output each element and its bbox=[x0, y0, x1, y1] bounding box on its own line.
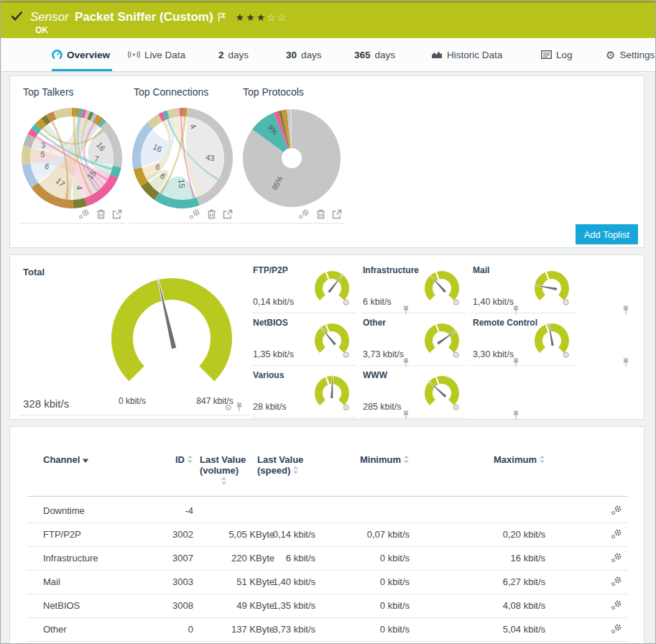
cell-min: 0 kbit/s bbox=[329, 594, 410, 617]
channel-gauge-value: 1,35 kbit/s bbox=[253, 349, 294, 359]
pin-icon[interactable] bbox=[236, 402, 243, 412]
table-row-downtime: Downtime-4 bbox=[27, 499, 628, 523]
tab-label: days bbox=[228, 50, 249, 60]
cell-speed: 3,73 kbit/s bbox=[257, 617, 315, 641]
tab-number: 365 bbox=[354, 50, 371, 60]
toplist-settings-icon[interactable] bbox=[78, 209, 90, 219]
tab-historic-data[interactable]: Historic Data bbox=[431, 38, 502, 71]
toplist-title: Top Connections bbox=[134, 86, 208, 98]
toplist-delete-icon[interactable] bbox=[207, 209, 216, 219]
tab-label: Log bbox=[556, 50, 573, 60]
tab-log[interactable]: Log bbox=[541, 38, 573, 71]
tab-number: 2 bbox=[218, 50, 224, 60]
column-header-minimum[interactable]: Minimum bbox=[295, 454, 410, 466]
tab-overview[interactable]: Overview bbox=[52, 38, 110, 71]
add-toplist-button[interactable]: Add Toplist bbox=[576, 224, 638, 244]
toplist-top-protocols: Top Protocols85%9% bbox=[239, 82, 345, 224]
channel-gauge-label: NetBIOS bbox=[253, 318, 288, 328]
cell-min bbox=[329, 499, 410, 523]
cell-max: 0,20 kbit/s bbox=[466, 523, 545, 546]
star-filled-icon: ★ bbox=[236, 12, 246, 23]
page-title: Packet Sniffer (Custom) bbox=[75, 10, 213, 24]
cell-id: 3002 bbox=[114, 523, 193, 546]
gauge-tile-www: WWW285 kbit/s⚙ bbox=[361, 366, 466, 418]
svg-text:5: 5 bbox=[40, 150, 45, 158]
gauge-tile-infrastructure: Infrastructure6 kbit/s⚙ bbox=[361, 261, 466, 313]
cell-speed: 6 kbit/s bbox=[257, 546, 315, 570]
channel-settings-icon[interactable]: ⚙ bbox=[452, 403, 460, 412]
gear-icon: ⚙ bbox=[606, 50, 615, 60]
column-label: Channel bbox=[43, 454, 80, 465]
channel-gauge-label: Remote Control bbox=[473, 318, 537, 328]
tab-365-days[interactable]: 365days bbox=[354, 38, 395, 71]
toplist-open-icon[interactable] bbox=[112, 209, 122, 219]
tab-settings[interactable]: ⚙Settings bbox=[606, 38, 655, 71]
channel-gauge-value: 28 kbit/s bbox=[253, 402, 287, 412]
table-row-infrastructure: Infrastructure3007220 KByte6 kbit/s0 kbi… bbox=[27, 546, 628, 571]
cell-speed bbox=[257, 499, 315, 523]
column-header-last-value-volume[interactable]: Last Value(volume) bbox=[200, 454, 246, 487]
gauge-tile-netbios: NetBIOS1,35 kbit/s⚙ bbox=[251, 313, 356, 366]
tab-live-data[interactable]: Live Data bbox=[128, 38, 185, 71]
toplist-settings-icon[interactable] bbox=[298, 209, 310, 219]
gauge-tile-mail: Mail1,40 kbit/s⚙ bbox=[471, 261, 576, 313]
cell-id: 3008 bbox=[114, 594, 193, 617]
top-connections-chart[interactable]: 431566164 bbox=[132, 108, 233, 211]
sort-icon bbox=[539, 455, 545, 466]
toplist-top-talkers: Top Talkers16715417653 bbox=[19, 82, 125, 224]
channel-edit-icon[interactable] bbox=[611, 576, 622, 589]
channel-edit-icon[interactable] bbox=[611, 505, 622, 518]
channel-settings-icon[interactable]: ⚙ bbox=[342, 298, 350, 307]
channel-gauge-value: 3,73 kbit/s bbox=[363, 349, 404, 359]
toplist-title: Top Talkers bbox=[23, 86, 74, 98]
toplist-open-icon[interactable] bbox=[223, 209, 233, 219]
channel-gauge-value: 1,40 kbit/s bbox=[473, 297, 514, 307]
channel-settings-icon[interactable]: ⚙ bbox=[224, 403, 232, 412]
channel-gauge-value: 3,30 kbit/s bbox=[473, 349, 514, 359]
top-protocols-chart[interactable]: 85%9% bbox=[241, 108, 342, 211]
tab-label: Overview bbox=[67, 50, 110, 60]
channel-settings-icon[interactable]: ⚙ bbox=[342, 403, 350, 412]
channel-settings-icon[interactable]: ⚙ bbox=[562, 351, 570, 359]
star-empty-icon: ☆ bbox=[267, 12, 277, 23]
cell-min: 0 kbit/s bbox=[329, 546, 410, 570]
flag-icon[interactable] bbox=[218, 13, 226, 22]
cell-max: 4,08 kbit/s bbox=[466, 594, 545, 617]
channel-gauge-label: Other bbox=[363, 318, 386, 328]
gauge-tile-ftp-p2p: FTP/P2P0,14 kbit/s⚙ bbox=[251, 261, 356, 313]
channel-settings-icon[interactable]: ⚙ bbox=[562, 298, 570, 307]
toplist-open-icon[interactable] bbox=[332, 209, 342, 219]
table-row-other: Other0137 KByte3,73 kbit/s0 kbit/s5,04 k… bbox=[27, 617, 628, 642]
channel-edit-icon[interactable] bbox=[611, 529, 622, 542]
toplists-panel: Add Toplist Top Talkers16715417653Top Co… bbox=[9, 75, 645, 248]
column-label: Last Value bbox=[200, 454, 246, 465]
svg-text:4: 4 bbox=[75, 185, 84, 190]
tab-30-days[interactable]: 30days bbox=[286, 38, 322, 71]
channel-settings-icon[interactable]: ⚙ bbox=[342, 351, 350, 359]
channel-edit-icon[interactable] bbox=[611, 553, 622, 566]
priority-stars[interactable]: ★★★☆☆ bbox=[236, 12, 288, 22]
channel-settings-icon[interactable]: ⚙ bbox=[452, 298, 460, 307]
top-talkers-chart[interactable]: 16715417653 bbox=[22, 108, 122, 211]
cell-min: 0 kbit/s bbox=[329, 570, 410, 594]
column-label: ID bbox=[175, 454, 185, 465]
column-header-maximum[interactable]: Maximum bbox=[430, 454, 545, 466]
channel-settings-icon[interactable]: ⚙ bbox=[452, 351, 460, 359]
tab-label: Live Data bbox=[144, 50, 185, 60]
column-header-id[interactable]: ID bbox=[78, 454, 193, 466]
channel-gauge-label: FTP/P2P bbox=[253, 265, 288, 275]
cell-id: 3007 bbox=[114, 546, 193, 570]
cell-max bbox=[466, 499, 545, 523]
channel-edit-icon[interactable] bbox=[611, 624, 622, 637]
cell-min: 0 kbit/s bbox=[329, 617, 410, 641]
toplist-delete-icon[interactable] bbox=[96, 209, 106, 219]
gauges-panel: Total 0 kbit/s 847 kbit/s 328 kbit/s ⚙ F… bbox=[9, 254, 645, 420]
cell-speed: 0,14 kbit/s bbox=[257, 523, 315, 546]
toplist-delete-icon[interactable] bbox=[316, 209, 325, 219]
gauge-tile-other: Other3,73 kbit/s⚙ bbox=[361, 313, 466, 366]
channel-edit-icon[interactable] bbox=[611, 600, 622, 613]
toplist-settings-icon[interactable] bbox=[189, 209, 200, 219]
star-empty-icon: ☆ bbox=[277, 12, 288, 23]
tab-2-days[interactable]: 2days bbox=[218, 38, 249, 71]
svg-text:3: 3 bbox=[40, 140, 45, 150]
